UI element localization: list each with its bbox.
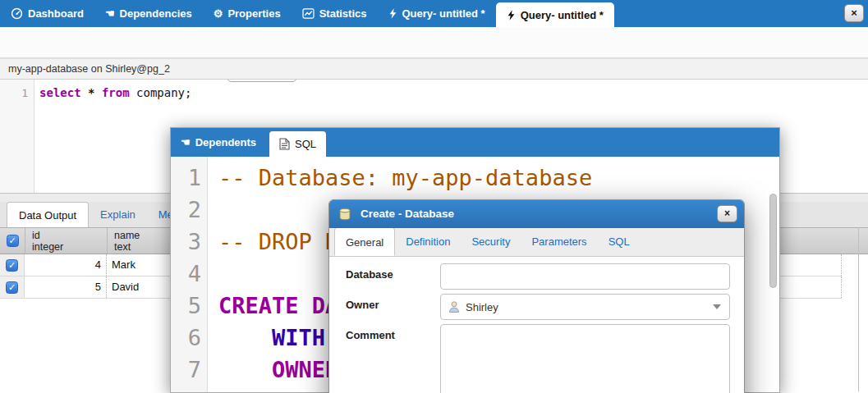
sql-keyword: from bbox=[102, 86, 130, 99]
person-icon bbox=[448, 300, 461, 313]
tab-label: Dashboard bbox=[28, 7, 84, 20]
database-label: Database bbox=[346, 268, 393, 281]
tab-security[interactable]: Security bbox=[461, 227, 521, 256]
gears-icon: ⚙ bbox=[214, 8, 223, 19]
row-checkbox[interactable]: ✓ bbox=[6, 259, 18, 272]
column-type: integer bbox=[32, 241, 107, 253]
hand-icon: ☚ bbox=[105, 8, 115, 19]
dialog-close-button[interactable]: × bbox=[717, 205, 737, 222]
tab-sql[interactable]: SQL bbox=[269, 131, 326, 157]
cell-id[interactable]: 4 bbox=[25, 254, 107, 276]
row-checkbox[interactable]: ✓ bbox=[6, 281, 18, 294]
tab-label: Properties bbox=[227, 7, 280, 20]
code-line: 1 -- Database: my-app-database bbox=[171, 162, 762, 194]
sql-keyword: select bbox=[39, 86, 81, 99]
owner-select[interactable]: Shirley bbox=[440, 294, 730, 320]
check-icon: ✓ bbox=[8, 282, 16, 292]
panel-close-button[interactable]: × bbox=[844, 4, 864, 22]
document-icon bbox=[279, 138, 290, 150]
comment-field[interactable] bbox=[440, 324, 730, 393]
grid-header-checkbox-cell: ✓ bbox=[0, 228, 25, 254]
sql-panel-tab-bar: ☚ Dependents SQL bbox=[171, 128, 779, 157]
tab-sql[interactable]: SQL bbox=[598, 227, 641, 256]
bolt-icon bbox=[388, 7, 397, 20]
tab-label: Dependencies bbox=[120, 7, 192, 20]
hand-icon: ☚ bbox=[181, 136, 191, 149]
editor-line-number: 1 bbox=[0, 87, 28, 99]
sql-keyword: WITH bbox=[218, 322, 325, 354]
sql-text: company; bbox=[130, 86, 192, 99]
tab-label: Statistics bbox=[319, 7, 367, 20]
pgadmin-window: Dashboard ☚ Dependencies ⚙ Properties St… bbox=[0, 0, 868, 393]
select-all-checkbox[interactable]: ✓ bbox=[7, 235, 19, 247]
editor-code-line[interactable]: select * from company; bbox=[39, 86, 191, 99]
chart-icon bbox=[302, 8, 315, 19]
check-icon: ✓ bbox=[8, 235, 16, 245]
line-number: 7 bbox=[171, 354, 201, 386]
close-icon: × bbox=[851, 7, 857, 19]
column-name: id bbox=[32, 230, 107, 241]
line-number: 4 bbox=[171, 258, 201, 290]
database-name-field[interactable] bbox=[440, 263, 730, 290]
cell-id[interactable]: 5 bbox=[25, 276, 107, 298]
browser-tab-bar: Dashboard ☚ Dependencies ⚙ Properties St… bbox=[0, 0, 868, 27]
tab-statistics[interactable]: Statistics bbox=[292, 0, 378, 27]
tab-dependents[interactable]: ☚ Dependents bbox=[171, 128, 266, 157]
tab-query-1[interactable]: Query- untitled * bbox=[378, 0, 496, 27]
connection-status: my-app-database on Shirley@pg_2 bbox=[0, 58, 868, 80]
dialog-body: Database Owner Shirley Comment bbox=[329, 257, 744, 393]
database-icon bbox=[338, 207, 352, 222]
dialog-title: Create - Database bbox=[361, 200, 454, 228]
tab-data-output[interactable]: Data Output bbox=[7, 202, 89, 227]
tab-label: Query- untitled * bbox=[521, 9, 604, 21]
scrollbar-thumb[interactable] bbox=[769, 194, 777, 288]
gauge-icon bbox=[11, 7, 23, 20]
line-number: 1 bbox=[171, 162, 201, 194]
tab-parameters[interactable]: Parameters bbox=[521, 227, 597, 256]
line-number: 3 bbox=[171, 226, 201, 258]
grid-edge-divider bbox=[858, 227, 859, 391]
tab-query-2-active[interactable]: Query- untitled * bbox=[496, 2, 614, 27]
line-number: 2 bbox=[171, 194, 201, 226]
line-number: 5 bbox=[171, 290, 201, 322]
row-checkbox-cell: ✓ bbox=[0, 276, 25, 298]
sql-operator: * bbox=[81, 86, 102, 99]
tab-label: Dependents bbox=[195, 136, 256, 149]
chevron-down-icon bbox=[713, 304, 721, 309]
comment-label: Comment bbox=[346, 329, 395, 341]
tab-label: Query- untitled * bbox=[402, 7, 485, 20]
sql-comment: -- Database: my-app-database bbox=[218, 162, 592, 194]
dialog-tab-bar: General Definition Security Parameters S… bbox=[329, 228, 744, 257]
row-checkbox-cell: ✓ bbox=[0, 254, 25, 276]
check-icon: ✓ bbox=[8, 260, 16, 270]
create-database-dialog: Create - Database × General Definition S… bbox=[328, 199, 745, 393]
bolt-icon bbox=[507, 9, 516, 21]
query-toolbar: No limit bbox=[0, 27, 868, 58]
tab-label: SQL bbox=[295, 138, 316, 150]
tab-dependencies[interactable]: ☚ Dependencies bbox=[94, 0, 203, 27]
tab-properties[interactable]: ⚙ Properties bbox=[203, 0, 292, 27]
owner-label: Owner bbox=[346, 299, 379, 311]
dialog-title-bar: Create - Database × bbox=[329, 200, 744, 228]
tab-explain[interactable]: Explain bbox=[89, 202, 147, 227]
line-number: 6 bbox=[171, 322, 201, 354]
tab-definition[interactable]: Definition bbox=[395, 227, 461, 256]
tab-general[interactable]: General bbox=[334, 227, 395, 256]
column-header-id[interactable]: id integer bbox=[25, 228, 107, 254]
owner-value: Shirley bbox=[466, 301, 708, 313]
close-icon: × bbox=[724, 208, 730, 219]
sql-keyword: OWNER bbox=[218, 354, 338, 386]
tab-dashboard[interactable]: Dashboard bbox=[0, 0, 94, 27]
